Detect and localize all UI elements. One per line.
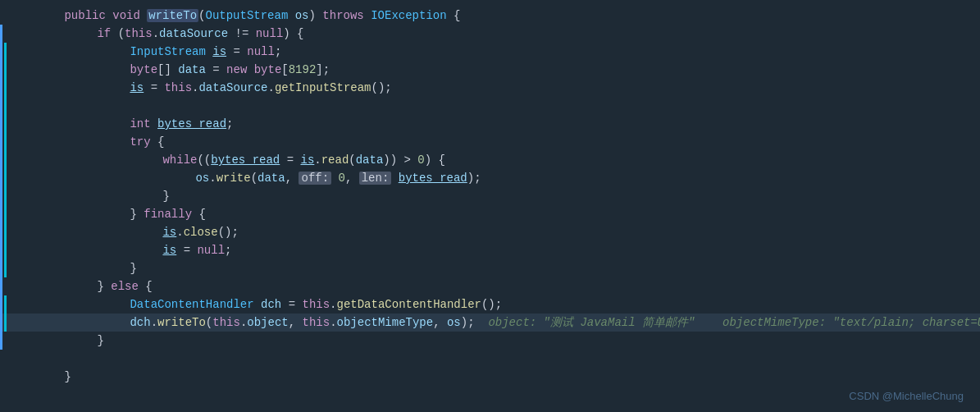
code-editor: public void writeTo(OutputStream os) thr… — [0, 0, 980, 412]
watermark: CSDN @MichelleChung — [849, 390, 964, 402]
code-line-19: } — [0, 332, 980, 350]
code-line-5: is = this.dataSource.getInputStream(); — [0, 79, 980, 97]
code-line-21: } — [0, 368, 980, 386]
